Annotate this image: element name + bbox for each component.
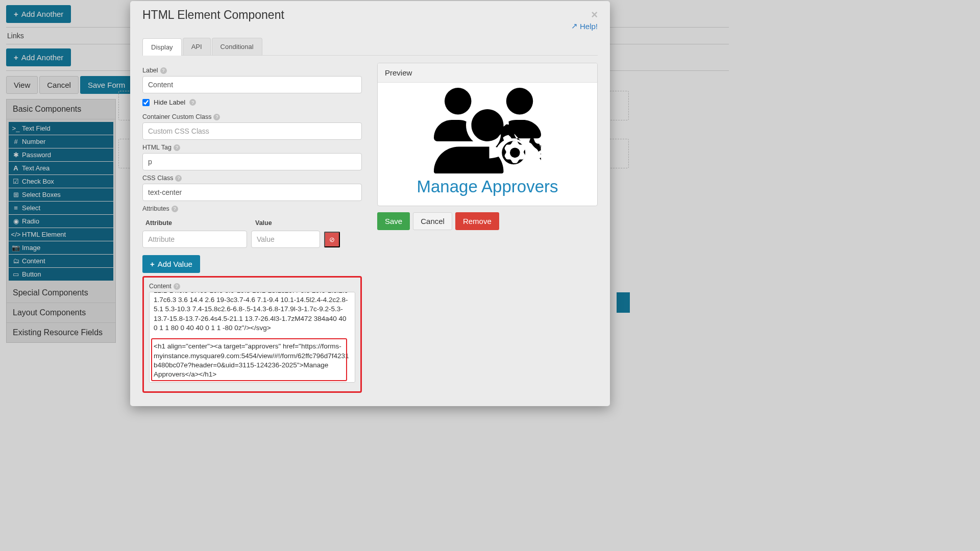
attributes-label: Attributes? [142,205,178,212]
container-class-input[interactable] [142,122,362,140]
help-link[interactable]: ↗ Help! [571,21,598,31]
preview-link[interactable]: Manage Approvers [416,177,558,196]
html-tag-label: HTML Tag? [142,144,180,151]
preview-panel: Preview Manage Approvers [377,63,598,206]
ban-icon: ⊘ [329,236,335,243]
component-settings-modal: HTML Element Component × ↗ Help! Display… [130,1,610,406]
help-icon[interactable]: ? [172,206,178,212]
css-class-input[interactable] [142,184,362,201]
plus-icon: + [150,260,155,268]
save-button[interactable]: Save [377,212,410,230]
modal-title: HTML Element Component [142,8,284,22]
cancel-button[interactable]: Cancel [413,212,452,230]
help-icon[interactable]: ? [174,283,180,290]
label-input[interactable] [142,76,362,93]
content-highlight-outer: Content? [142,276,362,393]
css-class-label: CSS Class? [142,174,182,182]
attribute-input[interactable] [142,231,247,248]
attribute-col-header: Attribute [145,219,250,227]
label-label: Label? [142,67,167,74]
html-tag-input[interactable] [142,153,362,170]
content-label: Content? [149,283,180,290]
hide-label-checkbox[interactable] [142,99,150,106]
close-icon[interactable]: × [571,8,598,21]
tab-api[interactable]: API [183,38,211,55]
remove-button[interactable]: Remove [455,212,499,230]
value-input[interactable] [251,231,320,248]
help-icon[interactable]: ? [213,114,220,120]
content-textarea[interactable] [149,292,355,383]
help-icon[interactable]: ? [175,175,182,182]
help-icon[interactable]: ? [189,99,196,106]
help-icon[interactable]: ? [160,67,167,74]
tab-display[interactable]: Display [142,38,182,56]
add-value-button[interactable]: + Add Value [142,255,200,273]
value-col-header: Value [255,219,272,227]
tab-conditional[interactable]: Conditional [212,38,262,55]
preview-title: Preview [378,63,597,83]
remove-attr-button[interactable]: ⊘ [324,232,340,247]
users-gear-icon [434,88,541,173]
external-link-icon: ↗ [571,21,578,31]
help-icon[interactable]: ? [174,144,180,151]
container-class-label: Container Custom Class? [142,113,220,120]
settings-tabs: Display API Conditional [142,38,598,56]
hide-label-text: Hide Label [154,98,185,106]
